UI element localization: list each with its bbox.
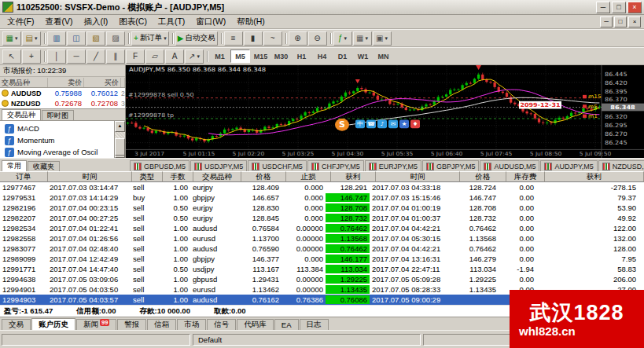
navigator-item[interactable]: ƒMomentum [0, 134, 114, 146]
chart-tab-gbpusd-m5[interactable]: GBPUSD,M5 [130, 160, 190, 171]
timeframe-m30[interactable]: M30 [271, 49, 291, 63]
column-header[interactable]: 卖价 [48, 78, 85, 87]
window-close-button[interactable]: × [627, 2, 642, 13]
menu-view[interactable]: 查看(V) [39, 16, 78, 28]
scrollbar-thumb[interactable] [115, 138, 125, 156]
table-row[interactable]: 129821962017.07.04 00:23:15sell0.50eurjp… [0, 203, 644, 213]
column-header[interactable]: 交易品种 [0, 78, 48, 87]
tab-favorites[interactable]: 收藏夹 [28, 161, 60, 171]
new-order-button[interactable]: +新订单▾ [131, 31, 169, 46]
text-label-button[interactable]: A [165, 49, 184, 64]
menu-file[interactable]: 文件(F) [2, 16, 39, 28]
chart-tab-gbpjpy-m5[interactable]: GBPJPY,M5 [422, 160, 479, 171]
menu-charts[interactable]: 图表(C) [113, 16, 153, 28]
data-window-button[interactable]: ◫ [67, 31, 86, 46]
col-profit[interactable]: 获利 [545, 171, 644, 182]
chart-tab-chfjpy-m5[interactable]: CHFJPY,M5 [307, 160, 364, 171]
timeframe-h4[interactable]: H4 [312, 49, 332, 63]
chart-tab-audjpy-m5[interactable]: AUDJPY,M5 [540, 160, 597, 171]
menu-help[interactable]: 帮助(H) [231, 16, 270, 28]
col-close_price[interactable]: 价格 [460, 171, 506, 182]
symbol-row[interactable]: NZDUSD0.726780.7270830 [0, 98, 125, 108]
table-row[interactable]: 129825582017.07.04 01:26:56sell1.00eurus… [0, 233, 644, 244]
chart-tab-eurjpy-m5[interactable]: EURJPY,M5 [365, 160, 421, 171]
fibonacci-button[interactable]: F [126, 49, 145, 64]
menu-window[interactable]: 窗口(W) [190, 16, 231, 28]
navigator-item[interactable]: ƒMoving Average of Oscil [0, 146, 114, 158]
candlestick-chart-button[interactable]: ▮ [244, 31, 263, 46]
templates-button[interactable]: ▣▾ [373, 31, 392, 46]
window-minimize-button[interactable]: ─ [596, 2, 610, 13]
col-open_time[interactable]: 时间 [48, 171, 132, 182]
col-order[interactable]: 订单 [0, 171, 48, 182]
horizontal-line-button[interactable]: ─ [67, 49, 86, 64]
market-watch-button[interactable]: ▥ [47, 31, 66, 46]
tab-symbols[interactable]: 交易品种 [2, 109, 41, 120]
line-chart-button[interactable]: ~ [263, 31, 282, 46]
tab-trade[interactable]: 交易 [2, 319, 31, 330]
crosshair-button[interactable]: + [22, 49, 41, 64]
column-header[interactable] [121, 78, 125, 87]
autotrading-button[interactable]: ▶自动交易 [175, 31, 218, 46]
timeframe-d1[interactable]: D1 [333, 49, 352, 63]
vertical-line-button[interactable]: │ [47, 49, 66, 64]
price-chart[interactable]: 86.44586.42086.39586.37086.34586.32086.2… [126, 65, 644, 158]
window-maximize-button[interactable]: □ [612, 2, 626, 13]
col-close_time[interactable]: 时间 [376, 171, 460, 182]
tab-tick-chart[interactable]: 即时图 [42, 110, 74, 120]
col-type[interactable]: 类型 [132, 171, 163, 182]
bar-chart-button[interactable]: ≡ [224, 31, 243, 46]
timeframe-h1[interactable]: H1 [292, 49, 311, 63]
symbol-row[interactable]: AUDUSD0.759880.7601224 [0, 88, 125, 98]
chart-tab-audusd-m5[interactable]: AUDUSD,M5 [480, 160, 539, 171]
tab-code-base[interactable]: 代码库 [237, 319, 274, 330]
table-row[interactable]: 129890992017.07.04 12:42:49sell1.00gbpjp… [0, 254, 644, 264]
timeframe-w1[interactable]: W1 [353, 49, 373, 63]
table-row[interactable]: 129774672017.07.03 03:14:47sell1.00eurjp… [0, 182, 644, 192]
timeframe-m5[interactable]: M5 [230, 49, 250, 63]
chart-tab-nzdusd-m5[interactable]: NZDUSD,M5 [598, 160, 644, 171]
col-price[interactable]: 价格 [241, 171, 286, 182]
tab-mailbox[interactable]: 信箱 [147, 319, 176, 330]
col-sl[interactable]: 止损 [286, 171, 331, 182]
periods-button[interactable]: ▦▾ [353, 31, 372, 46]
mdi-minimize-button[interactable]: ─ [600, 16, 613, 27]
column-header[interactable]: 买价 [84, 78, 121, 87]
mdi-maximize-button[interactable]: □ [614, 16, 627, 27]
timeframe-mn[interactable]: MN [374, 49, 393, 63]
table-row[interactable]: 129795312017.07.03 14:14:29buy1.00gbpjpy… [0, 192, 644, 203]
arrows-button[interactable]: ↗▾ [185, 49, 204, 64]
chart-tab-usdchf-m5[interactable]: USDCHF,M5 [248, 160, 307, 171]
channel-button[interactable]: ∥ [106, 49, 125, 64]
profiles-button[interactable]: ▤▾ [22, 31, 41, 46]
zoom-out-button[interactable]: ⊖ [308, 31, 327, 46]
shapes-button[interactable]: ▱ [145, 49, 164, 64]
tab-experts[interactable]: EA [274, 319, 299, 330]
tab-alerts[interactable]: 警报 [117, 319, 146, 330]
tab-news[interactable]: 新闻99 [76, 319, 116, 330]
timeframe-m15[interactable]: M15 [251, 49, 270, 63]
indicators-button[interactable]: ƒ▾ [333, 31, 352, 46]
terminal-panel-button[interactable]: ▨ [106, 31, 125, 46]
scroll-up-icon[interactable]: ▲ [115, 121, 125, 132]
chart-tab-usdjpy-m5[interactable]: USDJPY,M5 [190, 160, 247, 171]
navigator-item[interactable]: ƒMACD [0, 123, 114, 134]
cursor-button[interactable]: ↖ [2, 49, 21, 64]
scrollbar-track[interactable] [115, 132, 125, 147]
table-row[interactable]: 129822072017.07.04 00:27:25sell0.50eurjp… [0, 213, 644, 223]
navigator-scrollbar[interactable]: ▲ ▼ [114, 121, 125, 158]
timeframe-m1[interactable]: M1 [210, 49, 230, 63]
tab-signals[interactable]: 信号 [207, 319, 236, 330]
tab-common[interactable]: 常用 [2, 160, 27, 171]
col-tp[interactable]: 获利 [331, 171, 376, 182]
col-lots[interactable]: 手数 [163, 171, 193, 182]
tab-market[interactable]: 市场 [177, 319, 206, 330]
trendline-button[interactable]: ╱ [86, 49, 105, 64]
tab-account-history[interactable]: 账户历史 [31, 318, 75, 330]
navigator-button[interactable]: ▧ [86, 31, 105, 46]
statusbar-profile[interactable]: Default [193, 334, 421, 346]
table-row[interactable]: 129830772017.07.04 02:48:40sell1.00audus… [0, 244, 644, 254]
new-chart-button[interactable]: ▦▾ [2, 31, 21, 46]
col-symbol[interactable]: 交易品种 [193, 171, 241, 182]
table-row[interactable]: 129946382017.07.05 03:09:06sell1.00gbpus… [0, 274, 644, 284]
